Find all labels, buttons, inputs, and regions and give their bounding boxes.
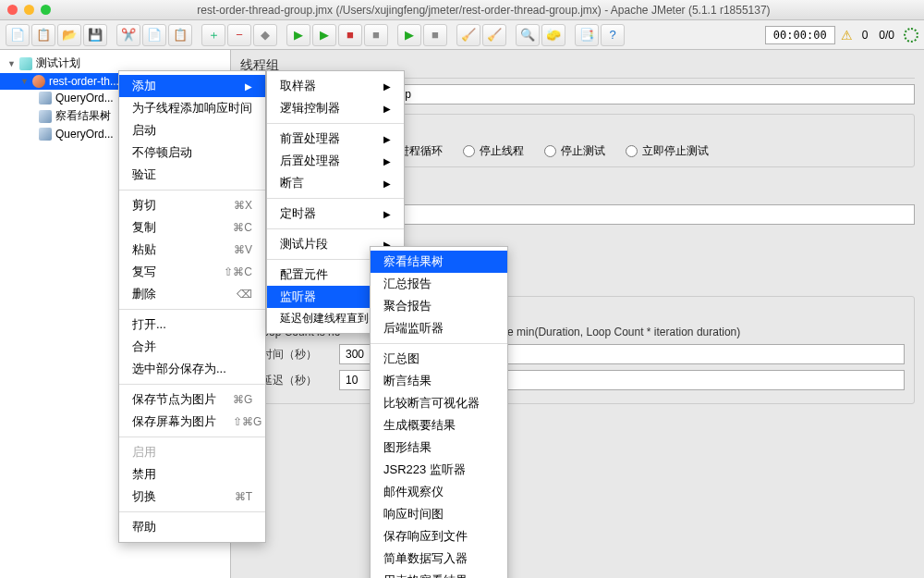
sub-post[interactable]: 后置处理器▶: [267, 150, 404, 172]
chevron-down-icon[interactable]: ▼: [7, 59, 16, 68]
threadgroup-icon: [32, 75, 45, 88]
sub-timer[interactable]: 定时器▶: [267, 203, 404, 225]
save-button[interactable]: 💾: [83, 24, 107, 46]
separator: [371, 343, 507, 344]
stop-button[interactable]: ■: [338, 24, 362, 46]
tree-child-2-label: 察看结果树: [55, 108, 111, 124]
loop-note-tail: vill be min(Duration, Loop Count * itera…: [485, 326, 740, 338]
ctx-toggle[interactable]: 切换⌘T: [119, 486, 265, 508]
lst-backend[interactable]: 后端监听器: [371, 317, 507, 339]
listener-submenu[interactable]: 察看结果树 汇总报告 聚合报告 后端监听器 汇总图 断言结果 比较断言可视化器 …: [370, 246, 508, 578]
radio-stop-test[interactable]: 停止测试: [544, 143, 605, 159]
ctx-merge[interactable]: 合并: [119, 336, 265, 358]
close-icon[interactable]: [7, 5, 18, 15]
radio-stop-now[interactable]: 立即停止测试: [626, 143, 709, 159]
sampler-icon: [39, 128, 52, 141]
lst-results-tree[interactable]: 察看结果树: [371, 251, 507, 273]
lst-simple-data[interactable]: 简单数据写入器: [371, 547, 507, 570]
open-button[interactable]: 📂: [57, 24, 81, 46]
ctx-open[interactable]: 打开...: [119, 314, 265, 336]
context-menu[interactable]: 添加▶ 为子线程添加响应时间 启动 不停顿启动 验证 剪切⌘X 复制⌘C 粘贴⌘…: [118, 70, 266, 543]
sampler-icon: [39, 92, 52, 105]
expand-button[interactable]: ＋: [201, 24, 225, 46]
ctx-copy[interactable]: 复制⌘C: [119, 216, 265, 239]
sub-assert[interactable]: 断言▶: [267, 172, 404, 194]
zoom-icon[interactable]: [41, 5, 51, 15]
remote-stop-button[interactable]: ■: [423, 24, 447, 46]
radio-stop-thread[interactable]: 停止线程: [463, 143, 524, 159]
toolbar: 📄 📋 📂 💾 ✂️ 📄 📋 ＋ − ◆ ▶ ▶ ■ ■ ▶ ■ 🧹 🧹 🔍 🧽…: [0, 20, 924, 50]
lst-jsr223[interactable]: JSR223 监听器: [371, 459, 507, 481]
ctx-save-screen-image[interactable]: 保存屏幕为图片⇧⌘G: [119, 411, 265, 433]
reset-search-button[interactable]: 🧽: [541, 24, 565, 46]
separator: [119, 384, 265, 385]
ctx-save-node-image[interactable]: 保存节点为图片⌘G: [119, 388, 265, 411]
elapsed-time: 00:00:00: [765, 26, 835, 44]
testplan-icon: [19, 57, 32, 70]
lst-summary-chart[interactable]: 汇总图: [371, 348, 507, 370]
function-helper-button[interactable]: 📑: [575, 24, 599, 46]
chevron-right-icon: ▶: [383, 134, 391, 144]
ctx-paste[interactable]: 粘贴⌘V: [119, 239, 265, 261]
lst-assert-results[interactable]: 断言结果: [371, 370, 507, 392]
search-button[interactable]: 🔍: [516, 24, 540, 46]
copy-button[interactable]: 📄: [142, 24, 166, 46]
separator: [267, 228, 404, 229]
ctx-disable[interactable]: 禁用: [119, 463, 265, 486]
ctx-child-time[interactable]: 为子线程添加响应时间: [119, 97, 265, 119]
lst-graph[interactable]: 图形结果: [371, 437, 507, 459]
collapse-button[interactable]: −: [227, 24, 251, 46]
tree-child-3-label: QueryOrd...: [55, 128, 114, 141]
separator: [119, 190, 265, 191]
lst-compare-assert[interactable]: 比较断言可视化器: [371, 392, 507, 414]
lst-mailer[interactable]: 邮件观察仪: [371, 481, 507, 503]
new-button[interactable]: 📄: [6, 24, 30, 46]
sub-pre[interactable]: 前置处理器▶: [267, 128, 404, 150]
ctx-cut[interactable]: 剪切⌘X: [119, 194, 265, 216]
name-field[interactable]: [360, 84, 915, 105]
ctx-validate[interactable]: 验证: [119, 164, 265, 186]
ctx-save-selection[interactable]: 选中部分保存为...: [119, 358, 265, 380]
start-noramp-button[interactable]: ▶: [312, 24, 336, 46]
tree-thread-group-label: rest-order-th...: [49, 75, 119, 88]
separator: [267, 198, 404, 199]
titlebar: rest-order-thread-group.jmx (/Users/xuji…: [0, 0, 924, 20]
help-button[interactable]: ?: [601, 24, 625, 46]
ctx-start-no-wait[interactable]: 不停顿启动: [119, 141, 265, 164]
lst-save-response[interactable]: 保存响应到文件: [371, 525, 507, 547]
lst-gen-summary[interactable]: 生成概要结果: [371, 414, 507, 437]
ctx-help[interactable]: 帮助: [119, 516, 265, 538]
tree-child-1-label: QueryOrd...: [55, 92, 114, 105]
cut-button[interactable]: ✂️: [116, 24, 140, 46]
toggle-button[interactable]: ◆: [253, 24, 277, 46]
lst-aggregate[interactable]: 聚合报告: [371, 295, 507, 317]
ctx-add[interactable]: 添加▶: [119, 75, 265, 97]
ctx-duplicate[interactable]: 复写⇧⌘C: [119, 261, 265, 283]
clear-all-button[interactable]: 🧹: [482, 24, 506, 46]
minimize-icon[interactable]: [24, 5, 34, 15]
warning-icon[interactable]: ⚠: [841, 28, 853, 43]
thread-count: 0/0: [879, 29, 894, 42]
ctx-start[interactable]: 启动: [119, 119, 265, 141]
lst-summary[interactable]: 汇总报告: [371, 273, 507, 295]
sub-logic[interactable]: 逻辑控制器▶: [267, 97, 404, 119]
chevron-right-icon: ▶: [383, 209, 391, 219]
remote-start-button[interactable]: ▶: [397, 24, 421, 46]
window-title: rest-order-thread-group.jmx (/Users/xuji…: [51, 4, 917, 17]
window-controls: [7, 5, 51, 15]
chevron-right-icon: ▶: [383, 81, 391, 92]
lst-response-time[interactable]: 响应时间图: [371, 503, 507, 525]
ctx-delete[interactable]: 删除⌫: [119, 283, 265, 305]
lst-table-view[interactable]: 用表格察看结果: [371, 570, 507, 578]
chevron-down-icon[interactable]: ▼: [20, 77, 29, 86]
sub-sampler[interactable]: 取样器▶: [267, 75, 404, 97]
shutdown-button[interactable]: ■: [364, 24, 388, 46]
clear-button[interactable]: 🧹: [456, 24, 480, 46]
warning-count: 0: [862, 29, 869, 42]
chevron-right-icon: ▶: [383, 156, 391, 166]
start-button[interactable]: ▶: [286, 24, 310, 46]
tree-root-label: 测试计划: [36, 55, 80, 71]
templates-button[interactable]: 📋: [31, 24, 55, 46]
paste-button[interactable]: 📋: [168, 24, 192, 46]
chevron-right-icon: ▶: [383, 178, 391, 189]
